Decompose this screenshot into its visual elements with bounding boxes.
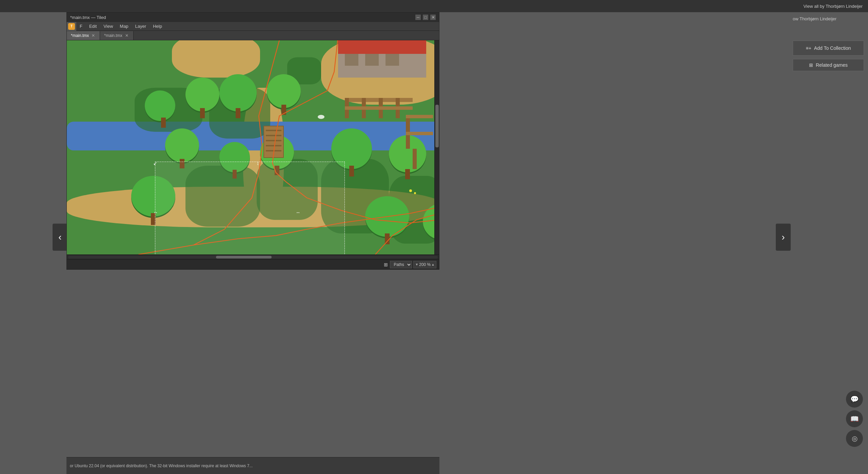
nav-arrow-left[interactable]: ‹	[53, 224, 67, 251]
building-base	[338, 40, 426, 78]
tree-2	[185, 78, 219, 118]
scrollbar-thumb[interactable]	[216, 256, 272, 259]
tab-1-label: *main.tmx	[71, 33, 89, 38]
tree-7	[219, 142, 250, 179]
menu-view[interactable]: View	[100, 22, 116, 30]
tab-1-close[interactable]: ✕	[91, 33, 96, 38]
handle-top-center[interactable]: ↕	[257, 161, 262, 166]
top-nav-right: View all by Thorbjørn Lindeijer	[804, 4, 863, 9]
book-button[interactable]: 📖	[846, 410, 863, 427]
layer-select[interactable]: Paths	[390, 261, 412, 268]
fence-h-mid	[406, 132, 433, 135]
item-dot-2	[414, 192, 416, 194]
tree-4	[267, 74, 301, 115]
collection-icon: ≡+	[806, 45, 811, 51]
fence-h-top	[406, 115, 433, 118]
sprite-1	[318, 115, 324, 119]
menu-layer[interactable]: Layer	[132, 22, 150, 30]
tab-2-close[interactable]: ✕	[124, 33, 129, 38]
tab-2-label: *main.tmx	[104, 33, 122, 38]
building-window-1	[345, 54, 358, 66]
handle-left[interactable]: ↔	[153, 210, 159, 215]
status-bar: ⊞ Paths ▼ 200 % ▲	[67, 259, 439, 269]
layer-icon: ⊞	[384, 262, 388, 267]
related-games-button[interactable]: ⊞ Related games	[793, 59, 864, 71]
add-to-collection-button[interactable]: ≡+ Add To Collection	[793, 41, 864, 56]
brain-button[interactable]: ◎	[846, 430, 863, 447]
tiled-window: *main.tmx — Tiled ─ □ ✕ T F Edit View Ma…	[66, 12, 439, 270]
bottom-status-bar: or Ubuntu 22.04 (or equivalent distribut…	[66, 457, 439, 474]
add-collection-label: Add To Collection	[814, 45, 851, 51]
building-window-2	[365, 54, 379, 66]
author-link[interactable]: ow Thorbjørn Lindeijer	[793, 16, 864, 21]
zoom-decrease-button[interactable]: ▼	[415, 263, 418, 266]
zoom-increase-button[interactable]: ▲	[431, 263, 435, 266]
minimize-button[interactable]: ─	[415, 15, 421, 20]
map-canvas[interactable]: ↙ ↕ ↔ ↔ ↙ ↕ ↗	[67, 40, 439, 254]
tree-6	[165, 128, 199, 168]
vertical-scrollbar-thumb[interactable]	[435, 105, 439, 147]
building-roof	[338, 40, 426, 54]
zoom-value: 200 %	[419, 262, 431, 267]
related-games-label: Related games	[816, 62, 848, 68]
handle-top-left[interactable]: ↙	[153, 161, 159, 166]
tab-2[interactable]: *main.tmx ✕	[100, 31, 133, 40]
side-action-buttons: 💬 📖 ◎	[846, 391, 863, 447]
tab-bar: *main.tmx ✕ *main.tmx ✕	[67, 31, 439, 40]
zoom-control: ▼ 200 % ▲	[413, 261, 436, 268]
bridge	[263, 126, 284, 158]
fence-post-far	[413, 149, 417, 169]
tree-1	[148, 90, 179, 128]
title-bar: *main.tmx — Tiled ─ □ ✕	[67, 13, 439, 22]
horizontal-scrollbar[interactable]	[67, 254, 439, 259]
menu-help[interactable]: Help	[150, 22, 165, 30]
tab-1[interactable]: *main.tmx ✕	[67, 31, 100, 40]
tree-3	[219, 74, 257, 118]
close-button[interactable]: ✕	[430, 15, 436, 20]
scrollbar-track	[68, 256, 438, 259]
chat-button[interactable]: 💬	[846, 391, 863, 408]
vertical-scrollbar[interactable]	[434, 40, 439, 254]
title-bar-buttons: ─ □ ✕	[415, 15, 436, 20]
bottom-status-text: or Ubuntu 22.04 (or equivalent distribut…	[70, 463, 253, 468]
terrain-sand-top-center	[172, 40, 260, 78]
tree-9	[331, 128, 372, 177]
maximize-button[interactable]: □	[423, 15, 428, 20]
item-dot-1	[409, 189, 412, 192]
related-icon: ⊞	[809, 62, 813, 68]
menu-file[interactable]: F	[76, 22, 86, 30]
building-window-3	[386, 54, 399, 66]
layer-status: ⊞ Paths	[384, 261, 412, 268]
window-title: *main.tmx — Tiled	[70, 15, 106, 20]
nav-arrow-right[interactable]: ›	[776, 224, 791, 251]
handle-right[interactable]: ↔	[296, 210, 301, 215]
tree-5	[131, 176, 175, 225]
menu-map[interactable]: Map	[116, 22, 132, 30]
menu-bar: T F Edit View Map Layer Help	[67, 22, 439, 31]
tiled-icon: T	[68, 23, 75, 30]
top-nav-bar: View all by Thorbjørn Lindeijer	[0, 0, 868, 12]
fence-horizontal-2	[345, 106, 413, 110]
menu-edit[interactable]: Edit	[86, 22, 100, 30]
app-logo: T	[67, 22, 76, 31]
tree-11	[365, 196, 409, 244]
view-all-link[interactable]: View all by Thorbjørn Lindeijer	[804, 4, 863, 9]
